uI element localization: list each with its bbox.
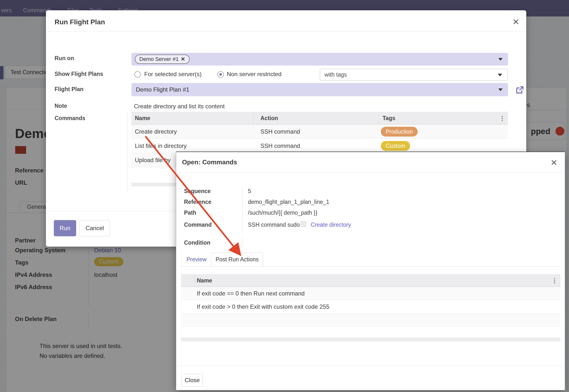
table-row[interactable]: If exit code == 0 then Run next command — [181, 287, 560, 300]
table-row-empty — [181, 313, 560, 327]
name-header[interactable]: Name — [135, 112, 150, 125]
label-value-divider — [242, 186, 242, 233]
dropdown-caret-icon — [498, 58, 503, 61]
command-label: Command — [184, 222, 212, 228]
header-divider — [176, 172, 565, 173]
sequence-label: Sequence — [184, 188, 211, 195]
post-run-actions-table: Name ⋮ If exit code == 0 then Run next c… — [181, 274, 560, 327]
non-server-restricted-label[interactable]: Non server restricted — [227, 71, 282, 78]
run-button[interactable]: Run — [54, 220, 76, 236]
path-value: /such/much/{{ demo_path }} — [248, 210, 317, 216]
table-row[interactable]: List files in directory SSH command Cust… — [131, 139, 508, 153]
action-header[interactable]: Action — [260, 112, 278, 125]
name-header[interactable]: Name — [197, 274, 212, 287]
path-label: Path — [184, 210, 196, 216]
cancel-button[interactable]: Cancel — [79, 220, 110, 236]
sequence-value: 5 — [248, 188, 251, 195]
close-button[interactable]: Close — [182, 374, 203, 387]
tab-preview[interactable]: Preview — [186, 256, 207, 263]
external-link-icon[interactable] — [515, 85, 525, 95]
reference-value: demo_flight_plan_1_plan_line_1 — [248, 199, 329, 205]
tags-header[interactable]: Tags — [383, 112, 395, 125]
footer-divider — [176, 366, 565, 366]
flight-plan-select[interactable]: Demo Flight Plan #1 — [131, 83, 508, 96]
modal-title: Run Flight Plan — [55, 18, 105, 26]
run-on-select[interactable]: Demo Server #1✕ — [131, 53, 508, 66]
command-value: SSH command sudo — [248, 222, 300, 228]
open-commands-modal: Open: Commands ✕ Sequence 5 Reference de… — [176, 152, 565, 390]
flight-plan-label: Flight Plan — [55, 86, 84, 93]
reference-label: Reference — [184, 199, 211, 205]
plan-summary-text: Create directory and list its content — [134, 103, 225, 110]
column-options-icon[interactable]: ⋮ — [499, 115, 505, 122]
show-flight-plans-label: Show Flight Plans — [55, 71, 103, 77]
modal-title: Open: Commands — [182, 158, 237, 166]
header-divider — [46, 31, 526, 31]
dropdown-caret-icon — [498, 88, 503, 91]
table-header-row: Name Action Tags ⋮ — [131, 112, 508, 125]
label-column-divider — [127, 112, 128, 193]
close-icon[interactable]: ✕ — [551, 158, 558, 167]
tag-badge: Custom — [381, 141, 410, 151]
dropdown-caret-icon — [498, 74, 502, 76]
condition-label: Condition — [184, 239, 210, 246]
remove-tag-icon[interactable]: ✕ — [181, 56, 185, 62]
close-icon[interactable]: ✕ — [512, 18, 520, 26]
sudo-checkbox[interactable] — [300, 221, 306, 227]
label-value-divider2 — [242, 238, 242, 248]
tab-underline — [181, 266, 560, 266]
with-tags-select[interactable]: with tags — [320, 69, 508, 81]
server-tag-pill[interactable]: Demo Server #1✕ — [135, 55, 190, 64]
commands-label: Commands — [55, 115, 85, 122]
table-header-row: Name ⋮ — [181, 274, 560, 287]
for-selected-servers-label[interactable]: For selected server(s) — [144, 71, 201, 78]
table-scroll-strip — [181, 337, 560, 341]
column-options-icon[interactable]: ⋮ — [552, 277, 557, 284]
note-label: Note — [55, 103, 67, 109]
tab-post-run-actions[interactable]: Post Run Actions — [211, 252, 263, 266]
run-on-label: Run on — [55, 55, 74, 62]
non-server-restricted-radio[interactable] — [217, 71, 224, 78]
create-directory-link[interactable]: Create directory — [311, 222, 351, 228]
tag-badge: Production — [381, 127, 418, 137]
for-selected-servers-radio[interactable] — [134, 71, 141, 78]
table-row[interactable]: If exit code > 0 then Exit with custom e… — [181, 300, 560, 313]
table-row[interactable]: Create directory SSH command Production — [131, 125, 508, 139]
